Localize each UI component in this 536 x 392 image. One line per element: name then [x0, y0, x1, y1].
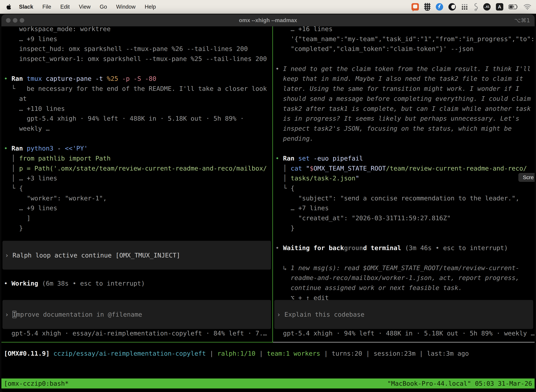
terminal-line: │ p = Path('.omx/state/team/review-curre… — [4, 163, 273, 173]
screen-tooltip: Scre — [518, 173, 535, 182]
terminal-line: │ cat "$OMX_TEAM_STATE_ROOT/team/review-… — [275, 163, 535, 173]
terminal-line: "created_at": "2026-03-31T11:59:27.816Z" — [275, 213, 535, 223]
terminal-line: inspect_worker-1: omx sparkshell --tmux-… — [4, 54, 273, 64]
terminal-line: weekly … — [4, 124, 273, 134]
menu-item-view[interactable]: View — [79, 4, 91, 10]
dots-grid-icon[interactable] — [461, 3, 468, 11]
text-cursor: I — [13, 311, 16, 318]
working-status-row: • Working (6m 38s • esc to interrupt) — [4, 280, 145, 287]
window-title: omx --xhigh --madmax — [1, 17, 535, 23]
traffic-lights — [6, 14, 24, 26]
terminal-line: workspace_mode: worktree — [4, 26, 273, 34]
terminal-line: keep that in mind. Maybe I also need the… — [275, 74, 535, 84]
crescent-app-icon[interactable] — [448, 3, 456, 11]
input-placeholder: Explain this codebase — [284, 311, 364, 318]
tmux-status-bar: [omx-cczip0:bash* "MacBook-Pro-44.local"… — [1, 378, 535, 388]
terminal-line: inspect_hud: omx sparkshell --tmux-pane … — [4, 44, 273, 54]
menu-item-help[interactable]: Help — [145, 4, 156, 10]
right-agent-pane[interactable]: … +16 lines '{"team_name":"my-team","tas… — [273, 26, 535, 342]
terminal-line: later. Using the same for transition mig… — [275, 84, 535, 94]
left-model-status-line: gpt-5.4 xhigh · essay/ai-reimplementatio… — [4, 330, 273, 337]
terminal-line: continue assigned work or next feasible … — [275, 283, 535, 293]
wifi-icon[interactable] — [524, 3, 531, 11]
input-placeholder: mprove documentation in @filename — [16, 311, 142, 318]
window-title-bar[interactable]: omx --xhigh --madmax ⌥⌘1 — [1, 14, 535, 26]
terminal-line — [275, 253, 535, 263]
terminal-line: "subject": "send a concise recommendatio… — [275, 193, 535, 203]
terminal-line — [4, 134, 273, 144]
terminal-line — [275, 144, 535, 154]
right-pane-output: … +16 lines '{"team_name":"my-team","tas… — [275, 26, 535, 303]
inject-message-box[interactable]: › Ralph loop active continue [OMX_TMUX_I… — [2, 241, 271, 270]
terminal-line: inspect task2's JSON, focusing on the st… — [275, 124, 535, 134]
terminal-line: … +9 lines — [4, 203, 273, 213]
terminal-line: … +110 lines — [4, 104, 273, 114]
right-pane-bottom-border — [273, 342, 535, 342]
battery-icon[interactable] — [509, 3, 518, 11]
terminal-line: │ from pathlib import Path — [4, 154, 273, 163]
menu-item-file[interactable]: File — [42, 4, 51, 10]
terminal-line: … +9 lines — [4, 34, 273, 44]
terminal-line: "completed","claim_token":"claim-token"}… — [275, 44, 535, 54]
menubar-status-icons: ..61 A — [412, 3, 531, 11]
left-agent-pane[interactable]: workspace_mode: worktree … +9 lines insp… — [1, 26, 273, 342]
terminal-line: } — [4, 223, 273, 233]
pane-divider[interactable] — [273, 26, 273, 342]
terminal-line: pending. — [275, 134, 535, 144]
keyboard-layout-icon[interactable]: A — [496, 3, 503, 11]
prompt-chevron: › — [5, 252, 13, 259]
prompt-chevron: › — [277, 311, 284, 318]
apple-menu-icon[interactable] — [5, 4, 13, 10]
tmux-host-clock: "MacBook-Pro-44.local" 05:03 31-Mar-26 — [387, 380, 532, 387]
inject-message-text: Ralph loop active continue [OMX_TMUX_INJ… — [13, 252, 180, 259]
menu-item-window[interactable]: Window — [116, 4, 135, 10]
terminal-line: "worker": "worker-1", — [4, 193, 273, 203]
terminal-line: • Waiting for background terminal (3m 46… — [275, 243, 535, 253]
terminal-line — [4, 64, 273, 74]
terminal-line — [275, 233, 535, 243]
close-button[interactable] — [6, 18, 10, 23]
window-shortcut: ⌥⌘1 — [514, 14, 530, 26]
terminal-content: workspace_mode: worktree … +9 lines insp… — [1, 26, 535, 392]
terminal-line: • Ran tmux capture-pane -t %25 -p -S -80 — [4, 74, 273, 84]
count-badge-icon[interactable]: ..61 — [483, 3, 491, 11]
left-pane-bottom-border — [1, 342, 273, 342]
grid-shield-icon[interactable] — [424, 3, 431, 11]
terminal-line: └ { — [275, 183, 535, 193]
right-model-status-line: gpt-5.4 xhigh · 94% left · 488K in · 5.1… — [275, 330, 535, 337]
minimize-button[interactable] — [13, 18, 17, 23]
tmux-session-window[interactable]: [omx-cczip0:bash* — [4, 380, 69, 387]
terminal-line: • Ran set -euo pipefail — [275, 154, 535, 163]
terminal-line: └ { — [4, 183, 273, 193]
menu-app-name[interactable]: Slack — [19, 4, 33, 10]
terminal-line: readme-and-reco/mailbox/worker-1.json, a… — [275, 273, 535, 283]
terminal-line: … +7 lines — [275, 203, 535, 213]
right-input-box[interactable]: › Explain this codebase — [274, 300, 533, 329]
terminal-line: • Ran python3 - <<'PY' — [4, 144, 273, 154]
terminal-line: └ be necessary for the end of the README… — [4, 84, 273, 94]
squiggle-icon[interactable] — [474, 3, 478, 11]
blue-bolt-badge-icon[interactable] — [436, 3, 443, 11]
chat-app-status-icon[interactable] — [412, 3, 419, 11]
terminal-line: gpt-5.4 xhigh · 94% left · 488K in · 5.1… — [4, 114, 273, 124]
apple-logo — [6, 4, 12, 10]
terminal-line: │ … +3 lines — [4, 173, 273, 183]
terminal-line: should send a message before completing … — [275, 94, 535, 104]
terminal-line — [275, 54, 535, 64]
omx-hud-status-line: [OMX#0.11.9] cczip/essay/ai-reimplementa… — [4, 350, 469, 357]
terminal-line: task2 after task1 is complete, but can I… — [275, 104, 535, 114]
terminal-line: at — [4, 94, 273, 104]
terminal-window: omx --xhigh --madmax ⌥⌘1 workspace_mode:… — [1, 14, 535, 392]
terminal-line: │ tasks/task-2.json" — [275, 173, 535, 183]
terminal-line: } — [275, 223, 535, 233]
terminal-line: ] — [4, 213, 273, 223]
terminal-line: '{"team_name":"my-team","task_id":"1","f… — [275, 34, 535, 44]
menu-item-edit[interactable]: Edit — [60, 4, 70, 10]
terminal-line: ↳ 1 new msg(s): read $OMX_TEAM_STATE_ROO… — [275, 263, 535, 273]
zoom-button[interactable] — [20, 18, 24, 23]
terminal-line: is in progress? It seems likely but perh… — [275, 114, 535, 124]
terminal-line: • I need to get the claim token from the… — [275, 64, 535, 74]
left-input-box[interactable]: › Improve documentation in @filename — [2, 300, 271, 329]
left-pane-output: workspace_mode: worktree … +9 lines insp… — [4, 26, 273, 233]
menu-item-go[interactable]: Go — [100, 4, 107, 10]
